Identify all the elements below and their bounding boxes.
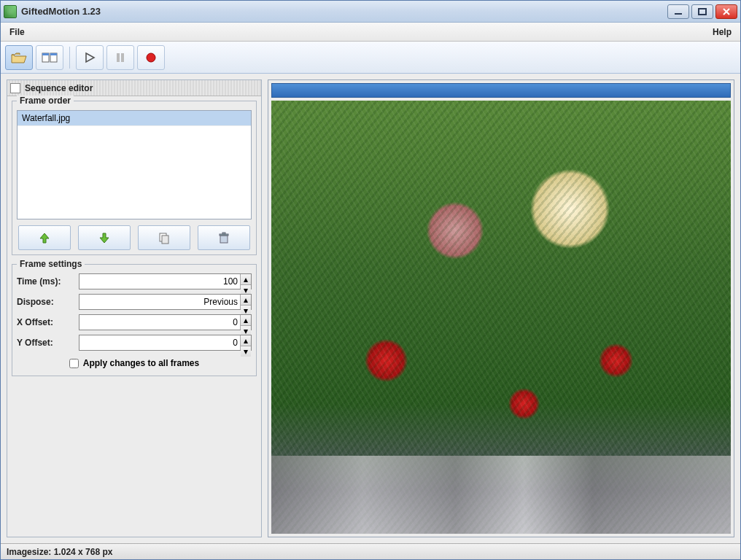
preview-image bbox=[271, 101, 731, 534]
toolbar bbox=[1, 42, 740, 74]
frame-settings-group: Frame settings Time (ms): 100 ▴▾ Dispose… bbox=[12, 264, 257, 376]
frame-settings-legend: Frame settings bbox=[17, 259, 85, 269]
record-button[interactable] bbox=[137, 45, 165, 70]
spinner-up[interactable]: ▴ bbox=[241, 315, 251, 326]
svg-rect-7 bbox=[121, 53, 124, 62]
trash-icon bbox=[217, 231, 230, 244]
minimize-icon bbox=[674, 8, 683, 15]
xoffset-field[interactable]: 0 ▴▾ bbox=[79, 314, 252, 330]
menu-bar: File Help bbox=[1, 23, 740, 42]
status-text: Imagesize: 1.024 x 768 px bbox=[7, 547, 112, 557]
time-value: 100 bbox=[223, 276, 238, 287]
svg-rect-1 bbox=[699, 9, 706, 15]
status-bar: Imagesize: 1.024 x 768 px bbox=[1, 543, 740, 559]
preview-panel bbox=[268, 79, 734, 537]
open-button[interactable] bbox=[5, 45, 33, 70]
play-icon bbox=[84, 52, 96, 63]
yoffset-value: 0 bbox=[233, 338, 238, 348]
maximize-icon bbox=[698, 8, 707, 15]
arrow-down-icon bbox=[98, 231, 111, 244]
xoffset-label: X Offset: bbox=[17, 317, 79, 327]
list-item[interactable]: Waterfall.jpg bbox=[18, 111, 251, 126]
yoffset-label: Y Offset: bbox=[17, 338, 79, 348]
pause-button[interactable] bbox=[106, 45, 134, 70]
app-window: GiftedMotion 1.23 File Help bbox=[0, 0, 741, 560]
move-up-button[interactable] bbox=[18, 225, 71, 250]
svg-rect-0 bbox=[675, 13, 682, 15]
svg-rect-5 bbox=[50, 53, 57, 55]
record-icon bbox=[145, 52, 157, 63]
preview-titlebar[interactable] bbox=[271, 83, 731, 98]
dual-view-icon bbox=[42, 52, 58, 63]
app-icon bbox=[4, 5, 17, 18]
svg-rect-11 bbox=[220, 236, 228, 243]
svg-rect-6 bbox=[117, 53, 120, 62]
spinner-up[interactable]: ▴ bbox=[241, 335, 251, 346]
frame-order-legend: Frame order bbox=[17, 96, 74, 106]
spinner-up[interactable]: ▴ bbox=[241, 274, 251, 285]
svg-rect-4 bbox=[42, 53, 49, 55]
maximize-button[interactable] bbox=[691, 4, 713, 19]
spinner-down[interactable]: ▾ bbox=[241, 346, 251, 357]
titlebar: GiftedMotion 1.23 bbox=[1, 1, 740, 23]
panel-title: Sequence editor bbox=[7, 80, 261, 96]
open-icon bbox=[11, 51, 27, 64]
xoffset-value: 0 bbox=[233, 317, 238, 327]
arrow-up-icon bbox=[38, 231, 51, 244]
frame-list[interactable]: Waterfall.jpg bbox=[17, 110, 252, 219]
panel-title-label: Sequence editor bbox=[25, 83, 93, 93]
play-button[interactable] bbox=[76, 45, 104, 70]
pause-icon bbox=[115, 52, 126, 63]
svg-rect-10 bbox=[162, 236, 168, 244]
dispose-label: Dispose: bbox=[17, 297, 79, 307]
dispose-value: Previous bbox=[203, 297, 238, 307]
yoffset-field[interactable]: 0 ▴▾ bbox=[79, 335, 252, 351]
window-title: GiftedMotion 1.23 bbox=[21, 6, 667, 17]
menu-help[interactable]: Help bbox=[704, 23, 740, 41]
move-down-button[interactable] bbox=[78, 225, 131, 250]
close-button[interactable] bbox=[715, 4, 737, 19]
dual-view-button[interactable] bbox=[36, 45, 63, 70]
time-field[interactable]: 100 ▴▾ bbox=[79, 273, 252, 289]
time-label: Time (ms): bbox=[17, 276, 79, 287]
menu-file[interactable]: File bbox=[1, 23, 34, 41]
frame-order-group: Frame order Waterfall.jpg bbox=[12, 101, 257, 255]
svg-point-8 bbox=[147, 53, 155, 62]
window-icon bbox=[10, 83, 20, 93]
delete-frame-button[interactable] bbox=[198, 225, 250, 250]
svg-rect-13 bbox=[222, 233, 225, 234]
spinner-up[interactable]: ▴ bbox=[241, 295, 251, 306]
minimize-button[interactable] bbox=[667, 4, 689, 19]
apply-all-checkbox[interactable] bbox=[69, 359, 79, 368]
close-icon bbox=[722, 8, 731, 15]
apply-all-label: Apply changes to all frames bbox=[83, 358, 199, 368]
copy-icon bbox=[158, 231, 171, 244]
sequence-editor-panel: Sequence editor Frame order Waterfall.jp… bbox=[7, 79, 262, 537]
dispose-field[interactable]: Previous ▴▾ bbox=[79, 294, 252, 310]
copy-frame-button[interactable] bbox=[138, 225, 190, 250]
